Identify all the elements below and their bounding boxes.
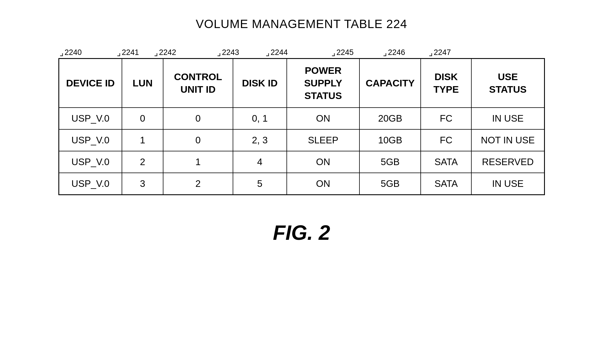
cell-capacity-2: 5GB — [359, 151, 421, 173]
arrow-2247: ⌟ — [429, 48, 433, 57]
cell-capacity-1: 10GB — [359, 129, 421, 151]
cell-lun-3: 3 — [122, 173, 163, 195]
col-label-2240: ⌟ 2240 — [58, 48, 116, 57]
column-labels-row: ⌟ 2240 ⌟ 2241 ⌟ 2242 ⌟ 2243 ⌟ 2244 ⌟ 224… — [58, 48, 545, 57]
cell-use-status-0: IN USE — [471, 108, 544, 129]
col-label-2245: ⌟ 2245 — [330, 48, 382, 57]
cell-disk-type-1: FC — [421, 129, 471, 151]
col-label-2242: ⌟ 2242 — [153, 48, 216, 57]
arrow-2240: ⌟ — [60, 48, 64, 57]
cell-device-id-3: USP_V.0 — [59, 173, 122, 195]
cell-lun-0: 0 — [122, 108, 163, 129]
cell-disk-id-0: 0, 1 — [233, 108, 287, 129]
col-label-2246: ⌟ 2246 — [382, 48, 428, 57]
arrow-2246: ⌟ — [383, 48, 387, 57]
col-label-2241: ⌟ 2241 — [116, 48, 153, 57]
cell-capacity-0: 20GB — [359, 108, 421, 129]
cell-disk-id-2: 4 — [233, 151, 287, 173]
header-disk-type: DISKTYPE — [421, 59, 471, 108]
cell-power-status-1: SLEEP — [287, 129, 360, 151]
header-lun: LUN — [122, 59, 163, 108]
cell-device-id-2: USP_V.0 — [59, 151, 122, 173]
arrow-2245: ⌟ — [331, 48, 335, 57]
arrow-2244: ⌟ — [266, 48, 270, 57]
header-power-supply-status: POWERSUPPLYSTATUS — [287, 59, 360, 108]
cell-use-status-1: NOT IN USE — [471, 129, 544, 151]
cell-use-status-2: RESERVED — [471, 151, 544, 173]
cell-lun-1: 1 — [122, 129, 163, 151]
cell-control-unit-id-3: 2 — [163, 173, 233, 195]
header-disk-id: DISK ID — [233, 59, 287, 108]
cell-power-status-3: ON — [287, 173, 360, 195]
cell-disk-type-3: SATA — [421, 173, 471, 195]
cell-disk-type-0: FC — [421, 108, 471, 129]
cell-device-id-1: USP_V.0 — [59, 129, 122, 151]
cell-disk-id-3: 5 — [233, 173, 287, 195]
arrow-2243: ⌟ — [217, 48, 221, 57]
cell-lun-2: 2 — [122, 151, 163, 173]
cell-capacity-3: 5GB — [359, 173, 421, 195]
table-row: USP_V.0 1 0 2, 3 SLEEP 10GB FC NOT IN US… — [59, 129, 544, 151]
cell-control-unit-id-0: 0 — [163, 108, 233, 129]
cell-disk-type-2: SATA — [421, 151, 471, 173]
col-label-2244: ⌟ 2244 — [264, 48, 330, 57]
header-use-status: USESTATUS — [471, 59, 544, 108]
volume-management-table: DEVICE ID LUN CONTROLUNIT ID DISK ID POW… — [58, 58, 545, 195]
cell-power-status-0: ON — [287, 108, 360, 129]
col-label-2243: ⌟ 2243 — [216, 48, 264, 57]
table-row: USP_V.0 3 2 5 ON 5GB SATA IN USE — [59, 173, 544, 195]
cell-control-unit-id-1: 0 — [163, 129, 233, 151]
header-row: DEVICE ID LUN CONTROLUNIT ID DISK ID POW… — [59, 59, 544, 108]
header-device-id: DEVICE ID — [59, 59, 122, 108]
arrow-2242: ⌟ — [154, 48, 158, 57]
cell-device-id-0: USP_V.0 — [59, 108, 122, 129]
cell-power-status-2: ON — [287, 151, 360, 173]
figure-caption: FIG. 2 — [273, 221, 330, 244]
cell-use-status-3: IN USE — [471, 173, 544, 195]
table-wrapper: ⌟ 2240 ⌟ 2241 ⌟ 2242 ⌟ 2243 ⌟ 2244 ⌟ 224… — [58, 48, 545, 195]
table-row: USP_V.0 0 0 0, 1 ON 20GB FC IN USE — [59, 108, 544, 129]
cell-control-unit-id-2: 1 — [163, 151, 233, 173]
header-capacity: CAPACITY — [359, 59, 421, 108]
header-control-unit-id: CONTROLUNIT ID — [163, 59, 233, 108]
col-label-2247: ⌟ 2247 — [428, 48, 493, 57]
arrow-2241: ⌟ — [117, 48, 121, 57]
table-row: USP_V.0 2 1 4 ON 5GB SATA RESERVED — [59, 151, 544, 173]
cell-disk-id-1: 2, 3 — [233, 129, 287, 151]
page-title: VOLUME MANAGEMENT TABLE 224 — [196, 17, 407, 31]
